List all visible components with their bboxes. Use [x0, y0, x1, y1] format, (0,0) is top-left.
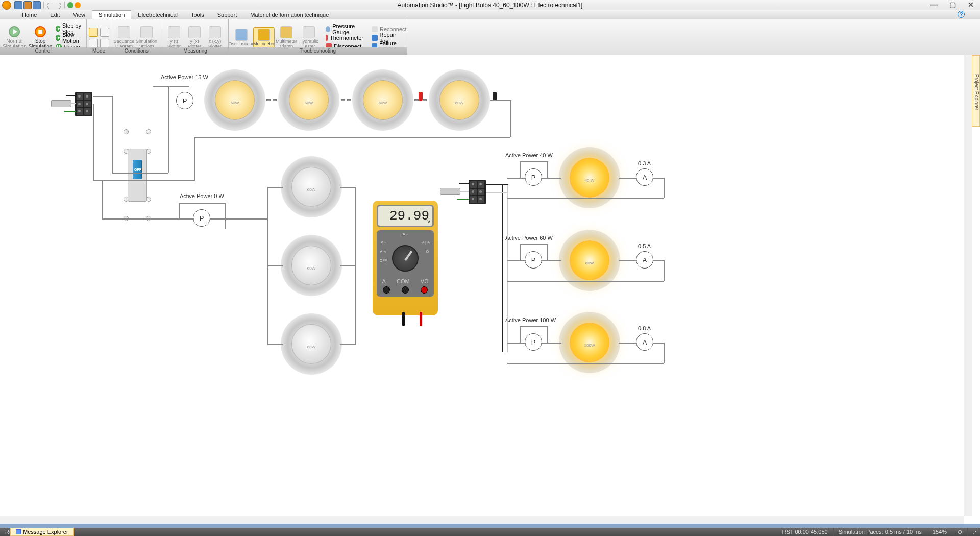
- app-icon[interactable]: [2, 1, 11, 10]
- qat-btn-2[interactable]: [23, 1, 32, 9]
- ribbon-group-measuring: y (t) Plotter y (x) Plotter z (x,y) Plot…: [162, 19, 229, 55]
- tab-view[interactable]: View: [66, 10, 92, 19]
- wire: [520, 244, 521, 261]
- qat-btn-3[interactable]: [33, 1, 41, 9]
- ammeter-r1[interactable]: A: [636, 168, 653, 186]
- tab-simulation[interactable]: Simulation: [92, 10, 131, 19]
- ammeter-r3[interactable]: A: [636, 333, 653, 351]
- slow-motion-button[interactable]: Slow Motion: [54, 33, 84, 42]
- bulb-60w-parallel-2[interactable]: 60W: [281, 235, 342, 296]
- jack-v[interactable]: [421, 286, 428, 294]
- bulb-60w-series-2[interactable]: 60W: [278, 69, 339, 131]
- wire: [340, 187, 355, 188]
- wire: [510, 100, 511, 137]
- wire: [520, 326, 521, 344]
- thermometer-button[interactable]: Thermometer: [324, 34, 365, 42]
- pressure-gauge-button[interactable]: Pressure Gauge: [324, 25, 365, 33]
- close-button[interactable]: ✕: [962, 0, 980, 9]
- stop-simulation-button[interactable]: Stop Simulation: [28, 25, 53, 51]
- connector: [273, 99, 277, 101]
- wire: [619, 178, 637, 179]
- bulb-60w-right[interactable]: 60W: [559, 230, 620, 291]
- schematic-canvas[interactable]: Active Power 15 W OFF P 60W 60W 60W 60W: [0, 55, 972, 516]
- mode-btn-1[interactable]: [89, 28, 98, 37]
- wall-switch[interactable]: OFF: [120, 129, 154, 221]
- wire: [102, 218, 194, 220]
- probe-red-icon[interactable]: [419, 92, 423, 101]
- project-explorer-tab[interactable]: Project Explorer: [972, 55, 980, 127]
- help-icon[interactable]: ?: [958, 11, 965, 18]
- mode-btn-2[interactable]: [100, 28, 109, 37]
- jack-com[interactable]: [402, 286, 409, 294]
- multimeter-instrument[interactable]: 29.99 A ⎓ V ⎓ A μA V ∿ Ω OFF ACOMVΩ: [373, 201, 438, 315]
- horizontal-scrollbar[interactable]: [0, 516, 964, 524]
- zxy-plotter-button[interactable]: z (x,y) Plotter: [205, 25, 225, 51]
- oscilloscope-button[interactable]: Oscilloscope: [231, 27, 252, 48]
- wire: [457, 199, 469, 200]
- jack-a[interactable]: [383, 286, 390, 294]
- reconnect-button[interactable]: Reconnect: [370, 25, 409, 33]
- hydraulic-tester-button[interactable]: Hydraulic Tester: [298, 25, 320, 51]
- wire: [112, 173, 168, 174]
- power-label-r2: Active Power 60 W: [505, 235, 553, 241]
- sequence-diagram-button[interactable]: Sequence Diagram: [113, 25, 135, 51]
- status-zoom[interactable]: 154%: [927, 528, 952, 536]
- menu-bar: Home Edit View Simulation Electrotechnic…: [0, 10, 980, 19]
- power-meter-r3[interactable]: P: [525, 333, 542, 351]
- terminal-block-left[interactable]: [75, 92, 92, 116]
- message-explorer-tab[interactable]: Message Explorer: [10, 528, 74, 536]
- power-meter-r1[interactable]: P: [525, 168, 542, 186]
- bulb-60w-series-4[interactable]: 60W: [429, 69, 490, 131]
- tab-materiel[interactable]: Matériel de formation technique: [243, 10, 335, 19]
- ammeter-r2[interactable]: A: [636, 251, 653, 269]
- wire: [547, 161, 548, 179]
- normal-simulation-button[interactable]: Normal Simulation: [2, 25, 27, 51]
- redo-icon[interactable]: [55, 2, 62, 9]
- probe-lead-red[interactable]: [420, 312, 422, 326]
- wrench-icon: [372, 35, 377, 41]
- bulb-60w-series-3[interactable]: 60W: [352, 69, 413, 131]
- mode-btn-3[interactable]: [89, 39, 98, 48]
- probe-lead-black[interactable]: [402, 312, 405, 326]
- wire: [664, 343, 665, 363]
- mode-btn-4[interactable]: [100, 39, 109, 48]
- wire: [267, 344, 283, 345]
- tab-edit[interactable]: Edit: [43, 10, 66, 19]
- simulation-options-button[interactable]: Simulation Options: [136, 25, 157, 51]
- qat-stop-icon[interactable]: [75, 2, 81, 8]
- terminal-block-right[interactable]: [469, 180, 486, 204]
- wire: [507, 198, 664, 199]
- power-meter-mid[interactable]: P: [193, 209, 210, 227]
- plotter-icon: [168, 26, 180, 38]
- wire: [547, 244, 548, 261]
- tab-tools[interactable]: Tools: [184, 10, 211, 19]
- bulb-60w-parallel-3[interactable]: 60W: [281, 313, 342, 375]
- undo-icon[interactable]: [46, 2, 54, 9]
- status-grip-icon[interactable]: ⋰: [968, 528, 980, 536]
- gauge-icon: [326, 26, 330, 32]
- status-zoom-in-icon[interactable]: ⊕: [952, 528, 968, 536]
- qat-play-icon[interactable]: [67, 2, 74, 8]
- power-meter-r2[interactable]: P: [525, 251, 542, 269]
- yx-plotter-button[interactable]: y (x) Plotter: [185, 25, 204, 51]
- vertical-scrollbar[interactable]: [964, 55, 972, 516]
- bulb-60w-series-1[interactable]: 60W: [204, 69, 265, 131]
- power-meter-top[interactable]: P: [176, 92, 193, 109]
- yt-plotter-button[interactable]: y (t) Plotter: [164, 25, 184, 51]
- multimeter-button[interactable]: Multimeter: [253, 27, 275, 48]
- multimeter-clamp-button[interactable]: Multimeter Clamp: [276, 25, 297, 51]
- bulb-40w[interactable]: 40 W: [559, 147, 620, 208]
- bulb-60w-parallel-1[interactable]: 60W: [281, 156, 342, 217]
- wire: [168, 86, 169, 173]
- tab-electrotechnical[interactable]: Electrotechnical: [131, 10, 184, 19]
- qat-btn-1[interactable]: [14, 1, 22, 9]
- play-icon: [56, 35, 60, 41]
- tab-home[interactable]: Home: [15, 10, 43, 19]
- maximize-button[interactable]: ▢: [943, 0, 962, 9]
- plug-right: [440, 188, 460, 195]
- minimize-button[interactable]: —: [925, 0, 943, 9]
- bulb-100w[interactable]: 100W: [559, 312, 620, 373]
- multimeter-dial[interactable]: [392, 245, 419, 272]
- status-paces: Simulation Paces: 0.5 ms / 10 ms: [834, 528, 927, 536]
- tab-support[interactable]: Support: [211, 10, 244, 19]
